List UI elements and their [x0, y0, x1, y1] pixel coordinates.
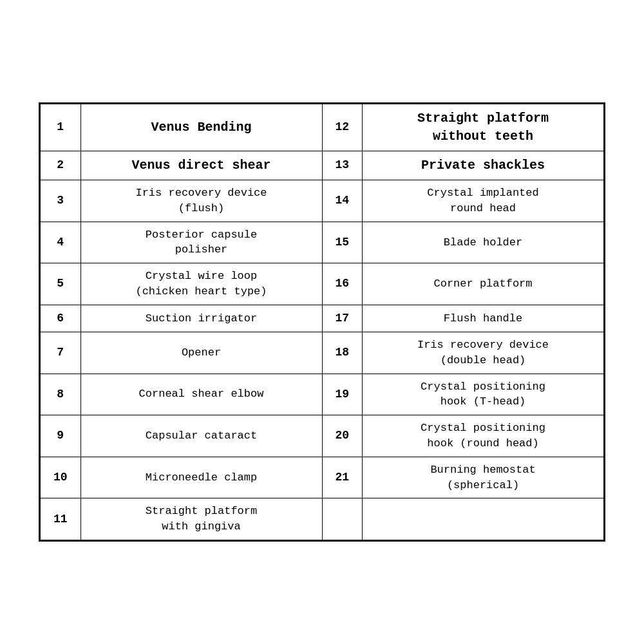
row-item-right: Straight platformwithout teeth: [363, 104, 604, 151]
row-item-left: Corneal shear elbow: [80, 374, 322, 415]
items-table: 1Venus Bending12Straight platformwithout…: [40, 104, 604, 540]
row-item-right: Burning hemostat(spherical): [363, 457, 604, 498]
row-num-right: 13: [322, 151, 363, 180]
row-num-right: 17: [322, 305, 363, 332]
row-num-right: 21: [322, 457, 363, 498]
row-item-left: Venus Bending: [80, 104, 322, 151]
row-num-left: 7: [41, 332, 81, 374]
row-num-left: 11: [41, 498, 81, 540]
row-num-left: 8: [41, 374, 81, 415]
row-num-right: [322, 498, 363, 540]
row-item-right: Iris recovery device(double head): [363, 332, 604, 374]
row-item-right: Crystal positioninghook (T-head): [363, 374, 604, 415]
row-num-right: 19: [322, 374, 363, 415]
row-num-left: 9: [41, 415, 81, 457]
row-item-right: [363, 498, 604, 540]
row-num-left: 2: [41, 151, 81, 180]
row-num-right: 15: [322, 222, 363, 263]
row-num-right: 14: [322, 180, 363, 222]
row-item-right: Private shackles: [363, 151, 604, 180]
row-item-left: Suction irrigator: [80, 305, 322, 332]
row-num-right: 16: [322, 263, 363, 305]
row-item-left: Opener: [80, 332, 322, 374]
row-item-right: Flush handle: [363, 305, 604, 332]
main-table-container: 1Venus Bending12Straight platformwithout…: [39, 102, 605, 542]
row-num-left: 10: [41, 457, 81, 498]
row-item-left: Venus direct shear: [80, 151, 322, 180]
row-item-left: Iris recovery device(flush): [80, 180, 322, 222]
row-num-left: 1: [41, 104, 81, 151]
row-item-right: Corner platform: [363, 263, 604, 305]
row-num-left: 4: [41, 222, 81, 263]
row-num-right: 20: [322, 415, 363, 457]
row-item-right: Crystal implantedround head: [363, 180, 604, 222]
row-num-left: 6: [41, 305, 81, 332]
row-num-right: 12: [322, 104, 363, 151]
row-num-left: 3: [41, 180, 81, 222]
row-item-left: Posterior capsulepolisher: [80, 222, 322, 263]
row-item-right: Blade holder: [363, 222, 604, 263]
row-item-left: Straight platformwith gingiva: [80, 498, 322, 540]
row-item-left: Microneedle clamp: [80, 457, 322, 498]
row-item-left: Capsular cataract: [80, 415, 322, 457]
row-item-left: Crystal wire loop(chicken heart type): [80, 263, 322, 305]
row-num-right: 18: [322, 332, 363, 374]
row-num-left: 5: [41, 263, 81, 305]
row-item-right: Crystal positioninghook (round head): [363, 415, 604, 457]
